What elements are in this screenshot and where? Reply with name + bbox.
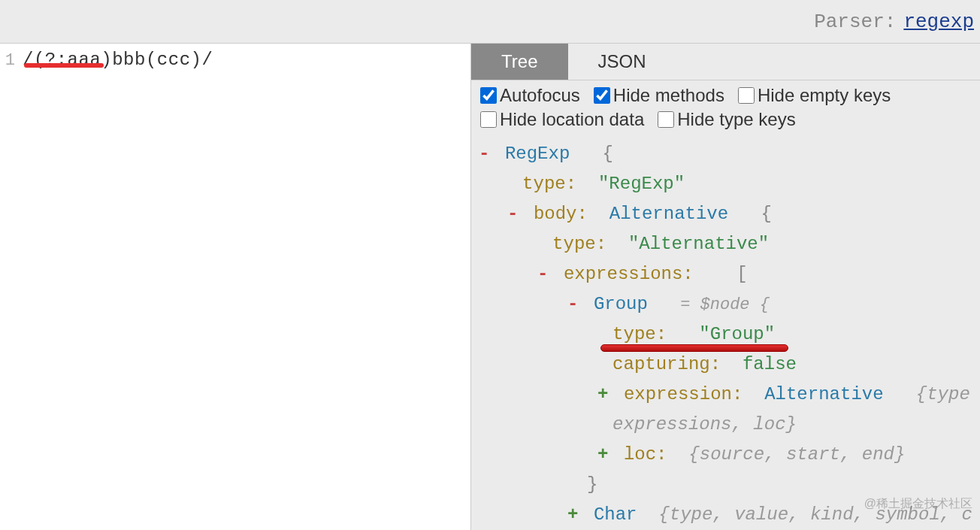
val-expression[interactable]: Alternative (764, 384, 883, 404)
watermark: @稀土掘金技术社区 (864, 496, 972, 512)
collapse-icon[interactable]: - (567, 294, 578, 314)
label-hide-type-keys: Hide type keys (677, 109, 795, 130)
tail-expression: {type (916, 384, 970, 404)
option-hide-empty-keys[interactable]: Hide empty keys (738, 85, 891, 106)
tab-json[interactable]: JSON (568, 44, 676, 80)
main-container: 1 /(?:aaa)bbb(ccc)/ Tree JSON Autofocus … (0, 44, 980, 530)
brace-open: { (761, 204, 771, 224)
tree-body[interactable]: - body: Alternative { (479, 201, 972, 228)
checkbox-hide-type-keys[interactable] (658, 111, 674, 128)
expand-icon[interactable]: + (597, 384, 608, 404)
options-bar: Autofocus Hide methods Hide empty keys H… (471, 80, 980, 138)
checkbox-hide-empty-keys[interactable] (738, 87, 755, 104)
node-regexp[interactable]: RegExp (505, 144, 570, 164)
node-group[interactable]: Group (594, 294, 648, 314)
option-autofocus[interactable]: Autofocus (480, 85, 580, 106)
option-hide-methods[interactable]: Hide methods (594, 85, 724, 106)
option-hide-type-keys[interactable]: Hide type keys (658, 109, 795, 130)
parser-label: Parser: (814, 11, 896, 33)
tail-expression2: expressions, loc} (612, 414, 797, 435)
tree-expressions[interactable]: - expressions: [ (479, 261, 972, 288)
val-alt-type: "Alternative" (628, 234, 769, 254)
key-type: type: (522, 174, 576, 194)
checkbox-hide-location[interactable] (480, 111, 497, 128)
code-editor[interactable]: 1 /(?:aaa)bbb(ccc)/ (0, 44, 470, 530)
checkbox-hide-methods[interactable] (594, 87, 610, 104)
val-group-type: "Group" (699, 324, 775, 344)
val-type: "RegExp" (598, 174, 685, 194)
label-hide-empty-keys: Hide empty keys (758, 85, 891, 106)
expand-icon[interactable]: + (597, 444, 608, 465)
label-hide-methods: Hide methods (613, 85, 724, 106)
val-loc: {source, start, end} (688, 444, 905, 465)
node-char1[interactable]: Char (594, 504, 637, 525)
header-bar: Parser: regexp (0, 0, 980, 44)
collapse-icon[interactable]: - (537, 264, 548, 284)
tree-group[interactable]: - Group = $node { (479, 291, 972, 318)
checkbox-autofocus[interactable] (480, 87, 497, 104)
tree-type: type: "RegExp" (479, 171, 972, 198)
collapse-icon[interactable]: - (479, 144, 489, 164)
annotation-underline-capturing (600, 344, 788, 352)
val-capturing: false (743, 354, 797, 374)
tabs-bar: Tree JSON (471, 44, 980, 80)
key-alt-type: type: (552, 234, 606, 254)
tree-expression[interactable]: + expression: Alternative {type (479, 381, 972, 408)
right-panel: Tree JSON Autofocus Hide methods Hide em… (470, 44, 980, 530)
bracket-open: [ (737, 264, 747, 284)
label-hide-location: Hide location data (500, 109, 644, 130)
key-group-type: type: (612, 324, 667, 344)
tree-close-brace: } (479, 471, 972, 498)
parser-link[interactable]: regexp (903, 11, 974, 33)
tree-loc[interactable]: + loc: {source, start, end} (479, 441, 972, 468)
brace-close: } (587, 474, 597, 495)
option-hide-location[interactable]: Hide location data (480, 109, 644, 130)
tree-expression-cont: expressions, loc} (479, 411, 972, 438)
key-expressions: expressions: (564, 264, 694, 284)
val-body[interactable]: Alternative (609, 204, 728, 224)
key-loc: loc: (624, 444, 667, 465)
collapse-icon[interactable]: - (507, 204, 518, 224)
tree-alt-type: type: "Alternative" (479, 231, 972, 258)
key-body: body: (534, 204, 588, 224)
expand-icon[interactable]: + (567, 504, 578, 525)
ast-tree: - RegExp { type: "RegExp" - body: Altern… (471, 138, 980, 530)
label-autofocus: Autofocus (500, 85, 580, 106)
brace-open: { (603, 144, 613, 164)
tree-root[interactable]: - RegExp { (479, 141, 972, 168)
line-number: 1 (0, 51, 15, 70)
annotation-underline-code (24, 63, 104, 68)
key-capturing: capturing: (612, 354, 721, 374)
eq-node: = $node { (680, 295, 770, 314)
key-expression: expression: (624, 384, 743, 404)
tree-capturing: capturing: false (479, 351, 972, 378)
tab-tree[interactable]: Tree (471, 44, 567, 80)
